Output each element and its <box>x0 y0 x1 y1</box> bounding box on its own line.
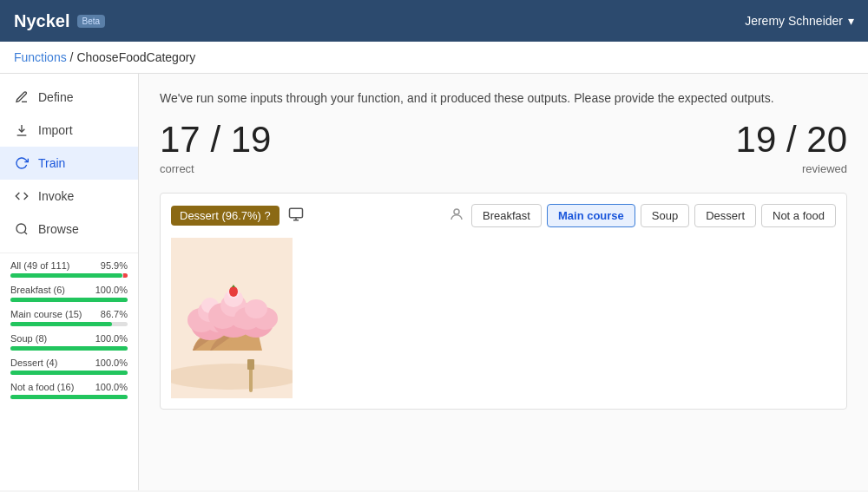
stat-item: Breakfast (6) 100.0% <box>10 285 128 302</box>
stat-label-text: All (49 of 111) <box>10 260 69 271</box>
stat-label-text: Not a food (16) <box>10 382 74 392</box>
category-btn-main-course[interactable]: Main course <box>547 204 635 227</box>
food-image <box>171 238 293 398</box>
user-dropdown-icon: ▾ <box>848 14 854 28</box>
stat-pct: 100.0% <box>95 285 128 295</box>
info-text: We've run some inputs through your funct… <box>160 91 847 105</box>
image-card: Dessert (96.7%) ? <box>160 193 847 410</box>
stat-bar-bg <box>10 346 128 351</box>
svg-point-7 <box>454 209 459 214</box>
sidebar-item-label-browse: Browse <box>38 222 79 236</box>
correct-score-label: correct <box>160 162 271 175</box>
category-btn-breakfast[interactable]: Breakfast <box>471 204 542 227</box>
svg-point-25 <box>245 299 267 318</box>
import-icon <box>14 122 30 138</box>
svg-rect-27 <box>247 359 254 370</box>
category-buttons: BreakfastMain courseSoupDessertNot a foo… <box>471 204 836 227</box>
svg-line-3 <box>24 232 27 234</box>
sidebar-item-label-invoke: Invoke <box>38 189 74 203</box>
stats-list: All (49 of 111) 95.9% Breakfast (6) 100.… <box>10 260 128 399</box>
correct-score-block: 17 / 19 correct <box>160 119 271 175</box>
stat-label-text: Main course (15) <box>10 309 82 319</box>
card-header: Dessert (96.7%) ? <box>171 204 836 227</box>
stat-bar-fill <box>10 298 128 302</box>
stat-bar-fill <box>10 346 128 351</box>
stat-item: Dessert (4) 100.0% <box>10 358 128 375</box>
stats-section: All (49 of 111) 95.9% Breakfast (6) 100.… <box>0 253 138 413</box>
stat-bar-fill <box>10 371 128 375</box>
brand-logo: Nyckel Beta <box>14 11 105 31</box>
invoke-icon <box>14 188 30 204</box>
browse-icon <box>14 221 30 237</box>
sidebar-item-label-define: Define <box>38 90 73 104</box>
user-name: Jeremy Schneider <box>745 14 843 28</box>
breadcrumb-current: ChooseFoodCategory <box>76 50 195 64</box>
stat-item: All (49 of 111) 95.9% <box>10 260 128 278</box>
define-icon <box>14 89 30 105</box>
sidebar-item-invoke[interactable]: Invoke <box>0 180 138 213</box>
stat-bar-bg <box>10 298 128 302</box>
reviewed-score-block: 19 / 20 reviewed <box>736 119 847 175</box>
breadcrumb-functions-link[interactable]: Functions <box>14 50 67 64</box>
stat-bar-bg <box>10 371 128 375</box>
monitor-icon[interactable] <box>288 207 304 226</box>
svg-point-2 <box>16 224 26 233</box>
sidebar-item-browse[interactable]: Browse <box>0 213 138 246</box>
correct-score-number: 17 / 19 <box>160 119 271 161</box>
stat-item: Not a food (16) 100.0% <box>10 382 128 399</box>
stat-label-text: Breakfast (6) <box>10 285 65 295</box>
stat-bar-bg <box>10 322 128 326</box>
stat-item: Soup (8) 100.0% <box>10 333 128 351</box>
category-btn-soup[interactable]: Soup <box>641 204 689 227</box>
stat-pct: 86.7% <box>101 309 128 319</box>
sidebar-nav: DefineImportTrainInvokeBrowse <box>0 81 138 246</box>
reviewed-score-label: reviewed <box>736 162 847 175</box>
svg-rect-26 <box>249 366 253 392</box>
beta-badge: Beta <box>77 15 106 28</box>
sidebar-item-label-train: Train <box>38 156 65 170</box>
top-nav: Nyckel Beta Jeremy Schneider ▾ <box>0 0 868 42</box>
reviewed-score-number: 19 / 20 <box>736 119 847 161</box>
stat-bar-fill <box>10 322 112 326</box>
brand-name: Nyckel <box>14 11 70 31</box>
prediction-badge: Dessert (96.7%) ? <box>171 206 279 226</box>
sidebar: DefineImportTrainInvokeBrowse All (49 of… <box>0 74 139 490</box>
category-btn-not-a-food[interactable]: Not a food <box>761 204 836 227</box>
stat-bar-bg <box>10 395 128 399</box>
train-icon <box>14 155 30 171</box>
main-content: We've run some inputs through your funct… <box>139 74 868 490</box>
stat-label-text: Dessert (4) <box>10 358 57 368</box>
sidebar-item-import[interactable]: Import <box>0 114 138 147</box>
stat-pct: 100.0% <box>95 333 128 344</box>
stat-bar-fill <box>10 395 128 399</box>
stat-item: Main course (15) 86.7% <box>10 309 128 326</box>
main-layout: DefineImportTrainInvokeBrowse All (49 of… <box>0 74 868 490</box>
svg-rect-4 <box>289 208 302 218</box>
category-btn-dessert[interactable]: Dessert <box>694 204 756 227</box>
stat-pct: 95.9% <box>101 260 128 271</box>
user-menu[interactable]: Jeremy Schneider ▾ <box>745 14 854 28</box>
stat-bar-bg <box>10 273 128 278</box>
person-icon <box>449 207 464 226</box>
stat-pct: 100.0% <box>95 358 128 368</box>
sidebar-item-label-import: Import <box>38 123 73 137</box>
svg-point-21 <box>229 286 238 297</box>
stat-pct: 100.0% <box>95 382 128 392</box>
scores-row: 17 / 19 correct 19 / 20 reviewed <box>160 119 847 175</box>
stat-label-text: Soup (8) <box>10 333 47 344</box>
card-image-area <box>171 238 836 398</box>
sidebar-item-define[interactable]: Define <box>0 81 138 114</box>
sidebar-item-train[interactable]: Train <box>0 147 138 180</box>
svg-point-9 <box>171 364 293 390</box>
card-icons <box>288 207 304 226</box>
stat-bar-fill <box>10 273 122 278</box>
breadcrumb: Functions / ChooseFoodCategory <box>0 42 868 74</box>
